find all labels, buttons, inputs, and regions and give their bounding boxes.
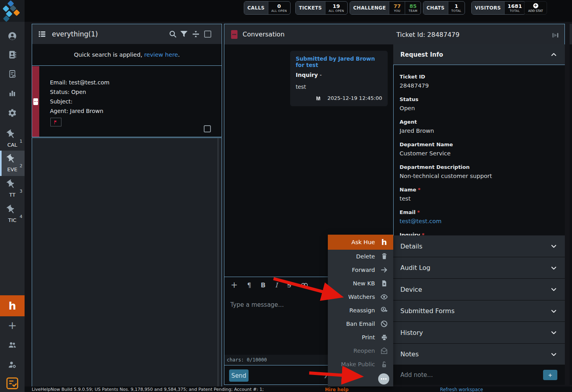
- stat-tickets-caption: ALL OPEN: [329, 9, 344, 13]
- stat-chats-label: CHATS: [423, 2, 448, 14]
- hire-help-link[interactable]: Hire help: [325, 387, 348, 392]
- adjacent-window-edge: [570, 44, 572, 385]
- section-details[interactable]: Details: [393, 235, 565, 257]
- menu-item-reassign[interactable]: Reassign: [328, 304, 393, 317]
- field-ticket-id: Ticket ID 28487479: [400, 74, 558, 89]
- request-info-fields: Ticket ID 28487479 Status Open Agent Jar…: [400, 65, 558, 235]
- search-icon[interactable]: [168, 29, 178, 39]
- ticket-status-row: Status: Open: [50, 89, 86, 95]
- expand-chevron-icon[interactable]: ❯: [323, 372, 328, 378]
- message-input[interactable]: Type a message...: [230, 301, 284, 308]
- field-department-description: Department Description Non-technical cus…: [400, 164, 558, 179]
- pushpin-icon: [6, 154, 16, 164]
- list-title: everything(1): [52, 30, 98, 38]
- filter-icon[interactable]: [179, 29, 189, 39]
- bold-button[interactable]: B: [261, 281, 266, 289]
- hue-assistant-button[interactable]: h: [0, 295, 25, 316]
- select-all-checkbox[interactable]: [204, 31, 211, 38]
- paragraph-button[interactable]: ¶: [247, 281, 251, 289]
- agent-settings-icon[interactable]: [8, 360, 17, 369]
- stat-chats-value: 1: [455, 4, 458, 9]
- stat-chats[interactable]: CHATS 1 TOTAL: [423, 1, 465, 15]
- sidebar-item-eve[interactable]: 2 EVE: [0, 154, 25, 172]
- contacts-icon[interactable]: [8, 50, 17, 59]
- pin-number: 4: [20, 214, 23, 219]
- ticket-select-checkbox[interactable]: [204, 125, 211, 132]
- section-device[interactable]: Device: [393, 279, 565, 300]
- message-footer: 2025-12-19 12:45:00: [316, 95, 382, 101]
- settings-gear-icon[interactable]: [8, 108, 17, 118]
- menu-item-watchers[interactable]: Watchers: [328, 290, 393, 304]
- link-button[interactable]: [300, 282, 308, 288]
- stat-challenge-team-value: 85: [409, 4, 417, 9]
- add-note-input[interactable]: [400, 371, 535, 379]
- sidebar-item-tic[interactable]: 4 TIC: [0, 205, 25, 223]
- list-view-icon[interactable]: [38, 30, 46, 38]
- sidebar-add-button[interactable]: +: [0, 319, 25, 331]
- agents-people-icon[interactable]: [8, 340, 17, 350]
- notice-suffix: .: [178, 52, 180, 58]
- conversation-title: Conversation: [243, 31, 285, 38]
- stat-visitors-label: VISITORS: [472, 2, 504, 14]
- sidebar-item-tt[interactable]: 3 TT: [0, 179, 25, 198]
- menu-item-delete[interactable]: Delete: [328, 250, 393, 263]
- add-note-button[interactable]: +: [543, 370, 557, 380]
- email-link[interactable]: test@test.com: [400, 218, 558, 224]
- request-info-title: Request Info: [400, 51, 443, 58]
- tasks-checklist-icon[interactable]: [6, 377, 19, 390]
- left-sidebar: 1 CAL 2 EVE 3 TT 4 TIC h +: [0, 0, 25, 392]
- pushpin-icon: [6, 129, 16, 140]
- stat-tickets-label: TICKETS: [296, 2, 325, 14]
- menu-item-forward[interactable]: Forward: [328, 263, 393, 277]
- chevron-down-icon: [550, 242, 558, 250]
- section-audit-log[interactable]: Audit Log: [393, 257, 565, 279]
- stat-calls[interactable]: CALLS 0 ALL OPEN: [244, 1, 291, 15]
- notice-text: Quick search is applied,: [74, 52, 142, 58]
- field-department-name: Department Name Customer Service: [400, 142, 558, 157]
- sidebar-item-cal[interactable]: 1 CAL: [0, 129, 25, 148]
- message-timestamp: 2025-12-19 12:45:00: [327, 95, 382, 101]
- strikethrough-button[interactable]: S: [287, 281, 291, 289]
- add-stat-button[interactable]: + ADD STAT: [524, 1, 547, 15]
- app-logo[interactable]: [0, 0, 25, 22]
- list-scrollbar[interactable]: [218, 138, 218, 391]
- more-options-button[interactable]: [378, 373, 390, 385]
- refresh-workspace-link[interactable]: Refresh workspace: [440, 387, 483, 392]
- arrow-right-icon: [380, 266, 388, 274]
- review-here-link[interactable]: review here: [144, 52, 178, 58]
- menu-item-new-kb[interactable]: New KB: [328, 277, 393, 290]
- chevron-up-icon: [550, 51, 558, 59]
- menu-item-print[interactable]: Print: [328, 331, 393, 344]
- field-email: Email* test@test.com: [400, 209, 558, 224]
- collapse-panel-icon[interactable]: [551, 31, 560, 40]
- menu-item-ask-hue[interactable]: Ask Hue h: [328, 235, 393, 250]
- envelope-open-icon: [380, 347, 388, 355]
- chevron-down-icon: [550, 285, 558, 293]
- account-icon[interactable]: [8, 31, 17, 41]
- section-notes[interactable]: Notes: [393, 344, 565, 365]
- ticket-email-row: Email: test@test.com: [50, 79, 109, 86]
- menu-item-ban-email[interactable]: Ban Email: [328, 317, 393, 331]
- document-view-icon[interactable]: [8, 69, 17, 79]
- stat-tickets[interactable]: TICKETS 19 ALL OPEN: [295, 1, 348, 15]
- insert-button[interactable]: +: [231, 280, 238, 290]
- menu-item-make-public[interactable]: Make Public: [328, 358, 393, 371]
- flag-button[interactable]: [50, 118, 61, 126]
- reports-chart-icon[interactable]: [8, 88, 17, 98]
- stat-challenge[interactable]: CHALLENGE 77 YOU 85 TEAM: [350, 1, 421, 15]
- top-stats-bar: CALLS 0 ALL OPEN TICKETS 19 ALL OPEN CHA…: [25, 0, 572, 22]
- italic-button[interactable]: I: [275, 281, 277, 289]
- request-info-header[interactable]: Request Info: [393, 44, 565, 65]
- ticket-id-label: Ticket Id: 28487479: [396, 31, 459, 38]
- stat-visitors[interactable]: VISITORS 1681 TOTAL: [471, 1, 526, 15]
- menu-item-reopen[interactable]: Reopen: [328, 344, 393, 358]
- section-submitted-forms[interactable]: Submitted Forms: [393, 300, 565, 322]
- collapse-vertical-icon[interactable]: [191, 29, 201, 39]
- build-info: LiveHelpNow Build 5.9.0.59; US Patents N…: [32, 387, 264, 392]
- section-history[interactable]: History: [393, 322, 565, 344]
- adjacent-window-edge-header: [570, 24, 572, 44]
- send-button[interactable]: Send: [229, 369, 249, 382]
- quick-search-notice: Quick search is applied, review here.: [32, 44, 222, 66]
- everything-window-header: everything(1): [32, 24, 222, 44]
- list-empty-area: [32, 138, 222, 392]
